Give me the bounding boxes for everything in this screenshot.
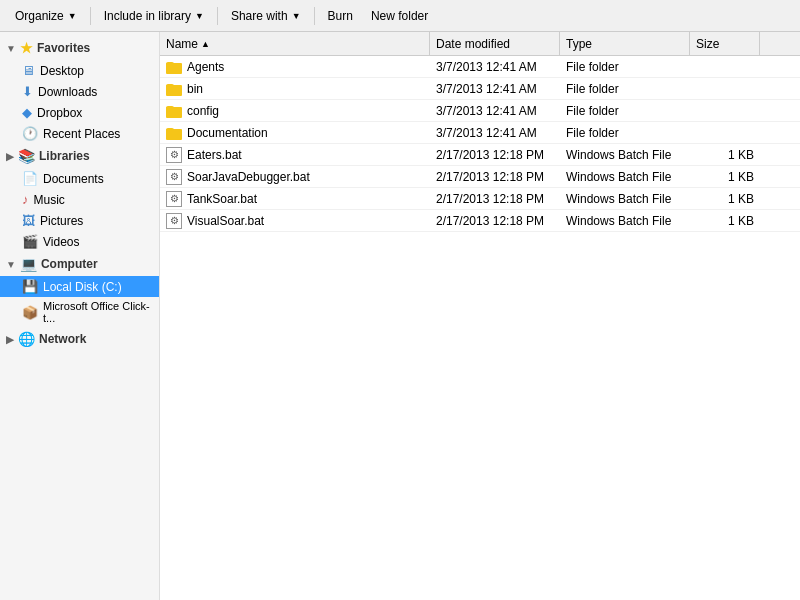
file-type-cell: Windows Batch File: [560, 168, 690, 186]
bat-file-icon: [166, 191, 182, 207]
file-name: VisualSoar.bat: [187, 214, 264, 228]
file-name-cell: Eaters.bat: [160, 145, 430, 165]
separator-1: [90, 7, 91, 25]
file-size-cell: 1 KB: [690, 212, 760, 230]
table-row[interactable]: config 3/7/2013 12:41 AM File folder: [160, 100, 800, 122]
file-list-body: Agents 3/7/2013 12:41 AM File folder bin…: [160, 56, 800, 600]
file-size-cell: [690, 87, 760, 91]
table-row[interactable]: SoarJavaDebugger.bat 2/17/2013 12:18 PM …: [160, 166, 800, 188]
include-library-button[interactable]: Include in library ▼: [97, 5, 211, 27]
file-date-cell: 3/7/2013 12:41 AM: [430, 102, 560, 120]
file-name-cell: bin: [160, 80, 430, 98]
file-type-cell: Windows Batch File: [560, 146, 690, 164]
col-header-name[interactable]: Name: [160, 32, 430, 55]
downloads-icon: ⬇: [22, 84, 33, 99]
sidebar-item-desktop[interactable]: 🖥 Desktop: [0, 60, 159, 81]
main-container: ▼ ★ Favorites 🖥 Desktop ⬇ Downloads ◆ Dr…: [0, 32, 800, 600]
sidebar-item-music[interactable]: ♪ Music: [0, 189, 159, 210]
file-name: config: [187, 104, 219, 118]
file-name-cell: SoarJavaDebugger.bat: [160, 167, 430, 187]
favorites-star-icon: ★: [20, 40, 33, 56]
microsoft-office-label: Microsoft Office Click-t...: [43, 300, 153, 324]
desktop-icon: 🖥: [22, 63, 35, 78]
libraries-icon: 📚: [18, 148, 35, 164]
file-name-cell: TankSoar.bat: [160, 189, 430, 209]
file-size-cell: [690, 131, 760, 135]
sidebar: ▼ ★ Favorites 🖥 Desktop ⬇ Downloads ◆ Dr…: [0, 32, 160, 600]
favorites-expand-icon: ▼: [6, 43, 16, 54]
network-expand-icon: ▶: [6, 334, 14, 345]
network-section[interactable]: ▶ 🌐 Network: [0, 327, 159, 351]
sidebar-item-pictures[interactable]: 🖼 Pictures: [0, 210, 159, 231]
file-date-cell: 3/7/2013 12:41 AM: [430, 58, 560, 76]
favorites-section[interactable]: ▼ ★ Favorites: [0, 36, 159, 60]
col-size-label: Size: [696, 37, 719, 51]
videos-label: Videos: [43, 235, 79, 249]
sidebar-item-local-disk[interactable]: 💾 Local Disk (C:): [0, 276, 159, 297]
file-date-cell: 2/17/2013 12:18 PM: [430, 146, 560, 164]
documents-icon: 📄: [22, 171, 38, 186]
computer-section[interactable]: ▼ 💻 Computer: [0, 252, 159, 276]
share-label: Share with: [231, 9, 288, 23]
sidebar-item-videos[interactable]: 🎬 Videos: [0, 231, 159, 252]
favorites-label: Favorites: [37, 41, 90, 55]
file-name: Documentation: [187, 126, 268, 140]
table-row[interactable]: TankSoar.bat 2/17/2013 12:18 PM Windows …: [160, 188, 800, 210]
table-row[interactable]: Agents 3/7/2013 12:41 AM File folder: [160, 56, 800, 78]
recent-places-label: Recent Places: [43, 127, 120, 141]
folder-icon: [166, 126, 182, 140]
new-folder-button[interactable]: New folder: [364, 5, 435, 27]
file-name: TankSoar.bat: [187, 192, 257, 206]
microsoft-office-icon: 📦: [22, 305, 38, 320]
sidebar-item-recent-places[interactable]: 🕐 Recent Places: [0, 123, 159, 144]
col-header-date[interactable]: Date modified: [430, 32, 560, 55]
file-list-header: Name Date modified Type Size: [160, 32, 800, 56]
file-date-cell: 3/7/2013 12:41 AM: [430, 80, 560, 98]
videos-icon: 🎬: [22, 234, 38, 249]
col-header-size[interactable]: Size: [690, 32, 760, 55]
file-size-cell: 1 KB: [690, 168, 760, 186]
file-type-cell: File folder: [560, 102, 690, 120]
file-type-cell: File folder: [560, 80, 690, 98]
sidebar-item-microsoft-office[interactable]: 📦 Microsoft Office Click-t...: [0, 297, 159, 327]
sidebar-item-dropbox[interactable]: ◆ Dropbox: [0, 102, 159, 123]
organize-label: Organize: [15, 9, 64, 23]
table-row[interactable]: VisualSoar.bat 2/17/2013 12:18 PM Window…: [160, 210, 800, 232]
file-name: Eaters.bat: [187, 148, 242, 162]
table-row[interactable]: Eaters.bat 2/17/2013 12:18 PM Windows Ba…: [160, 144, 800, 166]
col-header-type[interactable]: Type: [560, 32, 690, 55]
folder-icon: [166, 104, 182, 118]
organize-button[interactable]: Organize ▼: [8, 5, 84, 27]
sidebar-item-documents[interactable]: 📄 Documents: [0, 168, 159, 189]
file-type-cell: File folder: [560, 124, 690, 142]
network-icon: 🌐: [18, 331, 35, 347]
file-name: bin: [187, 82, 203, 96]
table-row[interactable]: Documentation 3/7/2013 12:41 AM File fol…: [160, 122, 800, 144]
computer-label: Computer: [41, 257, 98, 271]
file-name: SoarJavaDebugger.bat: [187, 170, 310, 184]
file-date-cell: 2/17/2013 12:18 PM: [430, 190, 560, 208]
sidebar-item-downloads[interactable]: ⬇ Downloads: [0, 81, 159, 102]
music-icon: ♪: [22, 192, 29, 207]
libraries-expand-icon: ▶: [6, 151, 14, 162]
folder-icon: [166, 82, 182, 96]
file-date-cell: 2/17/2013 12:18 PM: [430, 168, 560, 186]
libraries-label: Libraries: [39, 149, 90, 163]
computer-expand-icon: ▼: [6, 259, 16, 270]
pictures-icon: 🖼: [22, 213, 35, 228]
file-pane: Name Date modified Type Size Agents 3/7/…: [160, 32, 800, 600]
table-row[interactable]: bin 3/7/2013 12:41 AM File folder: [160, 78, 800, 100]
local-disk-icon: 💾: [22, 279, 38, 294]
libraries-section[interactable]: ▶ 📚 Libraries: [0, 144, 159, 168]
dropbox-label: Dropbox: [37, 106, 82, 120]
share-with-button[interactable]: Share with ▼: [224, 5, 308, 27]
documents-label: Documents: [43, 172, 104, 186]
pictures-label: Pictures: [40, 214, 83, 228]
burn-label: Burn: [328, 9, 353, 23]
computer-icon: 💻: [20, 256, 37, 272]
burn-button[interactable]: Burn: [321, 5, 360, 27]
col-name-label: Name: [166, 37, 198, 51]
file-name-cell: VisualSoar.bat: [160, 211, 430, 231]
include-chevron: ▼: [195, 11, 204, 21]
file-size-cell: 1 KB: [690, 146, 760, 164]
